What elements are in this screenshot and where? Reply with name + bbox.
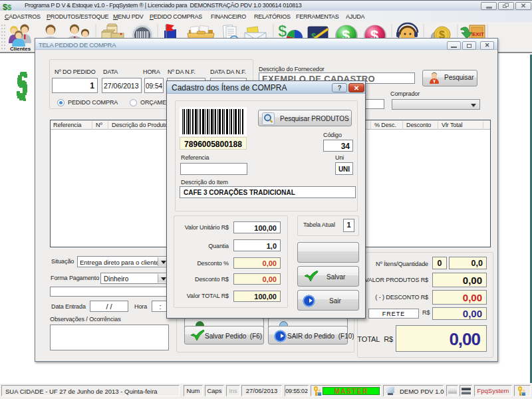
- svg-text:EXIT: EXIT: [472, 31, 484, 37]
- svg-text:$: $: [278, 22, 287, 40]
- svg-text:$: $: [7, 3, 11, 11]
